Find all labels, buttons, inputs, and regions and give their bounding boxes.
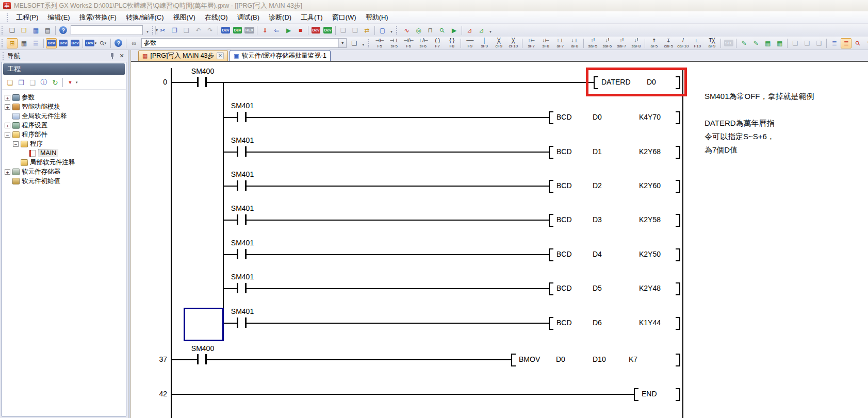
menu-online[interactable]: 在线(O) xyxy=(200,12,233,23)
instruction-bcd[interactable]: BCD xyxy=(556,147,572,156)
instruction-operand[interactable]: K2Y58 xyxy=(639,215,661,224)
menu-window[interactable]: 窗口(W) xyxy=(327,12,361,23)
tree-item-local-comment[interactable]: 局部软元件注释 xyxy=(2,158,126,167)
fkey-coil[interactable]: ( )F7 xyxy=(430,37,445,49)
fkey-or-falling-pulse[interactable]: ↓⊥aF8 xyxy=(567,37,582,49)
expand-icon[interactable]: + xyxy=(5,104,10,110)
instruction-bcd[interactable]: BCD xyxy=(556,319,572,327)
fkey-or-falling-negated[interactable]: ↓!saF8 xyxy=(629,37,643,49)
contact-sm401[interactable] xyxy=(237,249,247,259)
edit-ladder-icon[interactable]: ✎ xyxy=(864,38,868,48)
combo-dropdown-icon[interactable]: ▾ xyxy=(338,39,346,47)
device-find-icon[interactable]: ⚲▾ xyxy=(97,38,108,48)
instruction-end[interactable]: END xyxy=(642,390,657,398)
monitor-run-icon[interactable]: ▶ xyxy=(449,25,460,36)
instruction-bcd[interactable]: BCD xyxy=(556,113,572,121)
menubar-grip[interactable] xyxy=(7,13,9,22)
instruction-operand[interactable]: K7 xyxy=(629,355,637,363)
read-from-plc-icon[interactable]: Dev xyxy=(232,25,243,36)
toolbar-overflow-icon[interactable]: ▾ xyxy=(144,25,151,36)
toolbar-grip[interactable] xyxy=(368,39,370,47)
fkey-or-rising-negated[interactable]: ↑!saF7 xyxy=(614,37,629,49)
fkey-delete-branch[interactable]: T╳aF9 xyxy=(705,37,719,49)
fkey-or-closed-contact[interactable]: ⊥/⊢sF6 xyxy=(416,37,430,49)
instruction-operand[interactable]: D6 xyxy=(593,319,602,327)
toolbar-overflow-icon[interactable]: ▾ xyxy=(388,25,395,36)
edit-contact-icon[interactable]: ✎ xyxy=(739,38,749,48)
tree-item-device-initial[interactable]: 软元件初始值 xyxy=(2,176,126,186)
output-window-icon[interactable]: ☰ xyxy=(30,38,41,48)
sort-filter-icon[interactable]: ▼ xyxy=(64,77,76,88)
toolbar-grip[interactable] xyxy=(396,26,399,35)
instruction-operand[interactable]: D2 xyxy=(593,181,602,190)
menu-tools[interactable]: 工具(T) xyxy=(296,12,327,23)
fkey-pulse-convert-2[interactable]: ↧caF5 xyxy=(661,37,676,49)
display-format-icon[interactable]: Dev▾ xyxy=(85,38,96,48)
help-icon[interactable]: ? xyxy=(58,25,69,36)
menu-view[interactable]: 视图(V) xyxy=(169,12,200,23)
find-result-icon[interactable]: ⚲ xyxy=(853,38,863,48)
track-edit-icon[interactable]: ≣ xyxy=(841,38,851,48)
toolbar-overflow-icon[interactable]: ▾ xyxy=(487,25,494,36)
fkey-vertical-line[interactable]: │sF9 xyxy=(477,37,492,49)
instruction-operand[interactable]: D1 xyxy=(593,147,602,156)
instruction-bcd[interactable]: BCD xyxy=(556,215,572,224)
upload-icon[interactable]: ⇐ xyxy=(271,25,282,36)
expand-icon[interactable]: + xyxy=(5,95,10,101)
instruction-bcd[interactable]: BCD xyxy=(556,284,572,292)
monitor-start-icon[interactable]: ▶ xyxy=(283,25,294,36)
contact-sm401[interactable] xyxy=(237,283,247,293)
instruction-operand[interactable]: D10 xyxy=(593,355,606,363)
connection-lines-icon[interactable]: ≣ xyxy=(829,38,840,48)
expand-icon[interactable]: − xyxy=(13,141,19,147)
edit-table-icon[interactable]: ▦ xyxy=(774,38,785,48)
tree-item-intelligent-module[interactable]: +智能功能模块 xyxy=(2,102,126,111)
instruction-operand[interactable]: K2Y68 xyxy=(639,147,661,156)
instruction-operand[interactable]: K4Y70 xyxy=(639,113,661,121)
ladder-wave-monitor-icon[interactable]: ∿ xyxy=(401,25,412,36)
device-combo[interactable]: ▾ xyxy=(141,38,347,48)
tree-item-program[interactable]: −程序 xyxy=(2,139,126,148)
fkey-horizontal-line[interactable]: ──F9 xyxy=(463,37,477,49)
toolbar-grip[interactable] xyxy=(2,39,4,47)
tree-item-device-memory[interactable]: +软元件存储器 xyxy=(2,167,126,176)
instruction-operand[interactable]: D4 xyxy=(593,250,602,258)
toolbar-grip[interactable] xyxy=(152,26,155,35)
pulse-monitor-icon[interactable]: ⊓ xyxy=(425,25,436,36)
tree-item-parameter[interactable]: +参数 xyxy=(2,93,126,102)
fkey-rising-pulse-negated[interactable]: ↑!saF5 xyxy=(585,37,600,49)
quick-find-combo[interactable]: ▾ xyxy=(71,25,143,35)
instruction-operand[interactable]: K1Y44 xyxy=(639,319,661,327)
cut-icon[interactable]: ✂ xyxy=(157,25,168,36)
menu-edit[interactable]: 编辑(E) xyxy=(43,12,74,23)
tree-item-global-comment[interactable]: 全局软元件注释 xyxy=(2,111,126,121)
close-icon[interactable]: ✕ xyxy=(118,53,125,59)
contact-sm400[interactable] xyxy=(197,77,207,87)
edit-rung-icon[interactable]: ▦ xyxy=(762,38,773,48)
fkey-branch-line[interactable]: ∟F10 xyxy=(690,37,705,49)
ladder-editor[interactable]: 0 SM400 DATERD D0 SM401 BCD D0 K4Y70 xyxy=(131,62,868,418)
contact-sm401[interactable] xyxy=(237,317,247,328)
menu-project[interactable]: 工程(P) xyxy=(11,12,43,23)
cross-reference-icon[interactable]: ∞ xyxy=(128,38,139,48)
instruction-bcd[interactable]: BCD xyxy=(556,250,572,258)
instruction-operand[interactable]: K2Y50 xyxy=(639,250,661,258)
instruction-bmov[interactable]: BMOV xyxy=(519,355,540,363)
help2-icon[interactable]: ? xyxy=(113,38,124,48)
expand-icon[interactable]: − xyxy=(5,132,10,138)
device-comment-display-icon[interactable]: Dev xyxy=(46,38,57,48)
contact-sm401[interactable] xyxy=(237,146,247,157)
trend-graph-2-icon[interactable]: ⊿ xyxy=(476,25,487,36)
module-configuration-icon[interactable]: ▦ xyxy=(19,38,29,48)
instruction-bcd[interactable]: BCD xyxy=(556,181,572,190)
save-project-icon[interactable]: ▦ xyxy=(30,25,41,36)
contact-sm401[interactable] xyxy=(237,180,247,191)
expand-icon[interactable]: + xyxy=(5,123,10,128)
pane-grip[interactable] xyxy=(3,52,5,60)
contact-sm401[interactable] xyxy=(237,214,247,225)
edit-cursor[interactable] xyxy=(184,308,224,341)
device-combo-input[interactable] xyxy=(142,39,338,47)
fkey-rising-pulse[interactable]: ↑⊢sF7 xyxy=(524,37,538,49)
fkey-falling-pulse[interactable]: ↓⊢sF8 xyxy=(538,37,553,49)
quick-find-input[interactable] xyxy=(71,26,155,34)
